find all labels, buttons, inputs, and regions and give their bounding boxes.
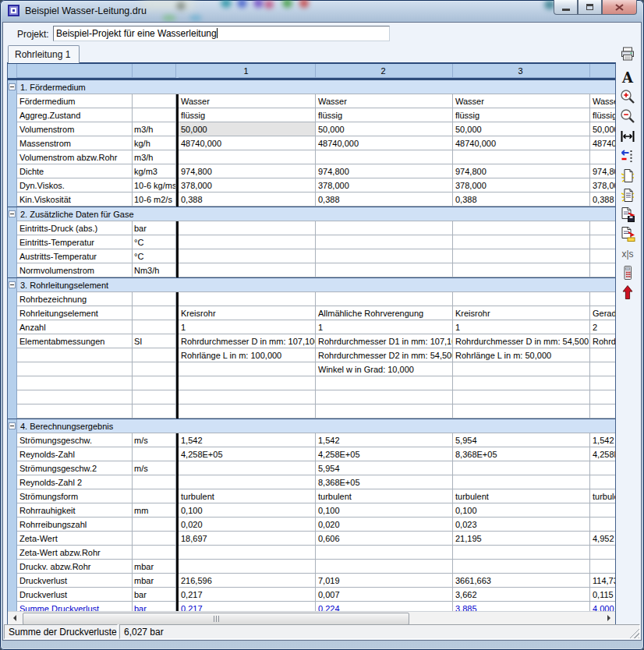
cell[interactable] <box>590 249 615 263</box>
cell[interactable] <box>179 560 316 574</box>
zoom-in-icon[interactable] <box>619 89 636 106</box>
cell[interactable] <box>179 390 316 404</box>
cell[interactable] <box>316 292 453 306</box>
cell[interactable]: Winkel w in Grad: 10,000 <box>316 362 453 376</box>
cell[interactable]: 8,368E+05 <box>453 447 590 461</box>
cell[interactable]: 0,100 <box>316 503 453 518</box>
cell[interactable] <box>179 292 316 306</box>
font-icon[interactable]: A <box>619 69 636 87</box>
cell[interactable] <box>316 263 453 277</box>
horizontal-scrollbar[interactable] <box>8 611 615 624</box>
cell[interactable]: 4,258E+05 <box>590 447 615 461</box>
cell[interactable] <box>590 376 615 390</box>
section-title[interactable]: 4. Berechnungsergebnis <box>17 419 615 433</box>
minimize-button[interactable] <box>554 0 578 15</box>
col-header-4[interactable] <box>590 64 615 78</box>
cell[interactable] <box>179 362 316 376</box>
cell[interactable]: 5,954 <box>453 433 590 447</box>
cell[interactable]: 50,000 <box>453 122 590 136</box>
jump-up-icon[interactable] <box>619 284 636 301</box>
cell[interactable]: Allmähliche Rohrverengung <box>316 306 453 320</box>
zoom-out-icon[interactable] <box>619 108 636 125</box>
cell[interactable] <box>453 404 590 419</box>
cell[interactable]: 50,000 <box>590 122 615 136</box>
cell[interactable] <box>179 263 316 277</box>
cell[interactable] <box>590 518 615 532</box>
cell[interactable] <box>590 221 615 235</box>
cell[interactable] <box>453 221 590 235</box>
cell[interactable]: flüssig <box>590 108 615 122</box>
col-header-2[interactable]: 2 <box>316 64 453 78</box>
cell[interactable] <box>590 560 615 574</box>
cell[interactable] <box>453 235 590 249</box>
cell[interactable] <box>453 475 590 489</box>
cell[interactable]: 216,596 <box>179 574 316 588</box>
cell[interactable]: 378,000 <box>590 178 615 193</box>
cell[interactable]: 50,000 <box>179 122 316 136</box>
cell[interactable] <box>179 249 316 263</box>
cell[interactable] <box>453 150 590 164</box>
cell[interactable] <box>590 362 615 376</box>
cell[interactable]: 4,258E+05 <box>179 447 316 461</box>
cell[interactable]: 3661,663 <box>453 574 590 588</box>
cell[interactable] <box>453 263 590 277</box>
cell[interactable]: 4,000 <box>590 602 615 611</box>
cell[interactable]: Wasser <box>316 94 453 108</box>
cell[interactable]: 974,800 <box>453 164 590 178</box>
cell[interactable]: turbulent <box>453 489 590 503</box>
decimal-places-icon[interactable] <box>619 147 636 164</box>
cell[interactable]: 21,195 <box>453 532 590 546</box>
cell[interactable]: Rohrdurchmesser D in mm: <box>590 334 615 348</box>
cell[interactable]: 48740,000 <box>179 136 316 150</box>
cell[interactable]: Rohrdurchmesser D2 in mm: 54,500 <box>316 348 453 362</box>
cell[interactable]: 0,217 <box>179 588 316 602</box>
cell[interactable] <box>316 150 453 164</box>
section-title[interactable]: 1. Fördermedium <box>17 80 615 94</box>
cell[interactable] <box>590 390 615 404</box>
collapse-button[interactable] <box>9 281 16 288</box>
cell[interactable]: 1 <box>316 320 453 334</box>
cell[interactable]: Wasser <box>453 94 590 108</box>
cell[interactable] <box>590 348 615 362</box>
cell[interactable]: 974,800 <box>316 164 453 178</box>
cell[interactable]: 0,115 <box>590 588 615 602</box>
cell[interactable]: 3,885 <box>453 602 590 611</box>
cell[interactable]: 8,368E+05 <box>316 475 453 489</box>
cell[interactable] <box>179 221 316 235</box>
section-title[interactable]: 2. Zusätzliche Daten für Gase <box>17 207 615 221</box>
cell[interactable]: 1,542 <box>316 433 453 447</box>
cell[interactable]: flüssig <box>453 108 590 122</box>
col-header-1[interactable]: 1 <box>179 64 316 78</box>
cell[interactable]: 2 <box>590 320 615 334</box>
new-table-icon[interactable] <box>619 167 636 184</box>
cell[interactable] <box>590 404 615 419</box>
cell[interactable]: 48740,000 <box>590 136 615 150</box>
maximize-button[interactable] <box>578 0 602 15</box>
cell[interactable]: 114,738 <box>590 574 615 588</box>
collapse-button[interactable] <box>9 422 16 429</box>
resize-grip[interactable] <box>629 628 639 638</box>
cell[interactable]: Kreisrohr <box>179 306 316 320</box>
cell[interactable]: 378,000 <box>453 178 590 193</box>
cell[interactable]: 0,224 <box>316 602 453 611</box>
cell[interactable]: 3,662 <box>453 588 590 602</box>
cell[interactable]: Wasser <box>179 94 316 108</box>
cell[interactable]: 0,217 <box>179 602 316 611</box>
cell[interactable]: flüssig <box>179 108 316 122</box>
print-icon[interactable] <box>619 45 636 62</box>
cell[interactable] <box>590 503 615 518</box>
cell[interactable]: Geradsitzventil <box>590 306 615 320</box>
cell[interactable]: 0,023 <box>453 518 590 532</box>
cell[interactable]: 18,697 <box>179 532 316 546</box>
col-header-3[interactable]: 3 <box>453 64 590 78</box>
cell[interactable]: 0,388 <box>179 193 316 207</box>
cell[interactable] <box>453 461 590 475</box>
cell[interactable]: 0,388 <box>316 193 453 207</box>
cell[interactable]: 48740,000 <box>453 136 590 150</box>
column-width-icon[interactable] <box>619 128 636 145</box>
cell[interactable]: 0,020 <box>179 518 316 532</box>
cell[interactable] <box>179 461 316 475</box>
save-table-icon[interactable] <box>619 206 636 223</box>
cell[interactable]: 4,952 <box>590 532 615 546</box>
cell[interactable] <box>316 235 453 249</box>
